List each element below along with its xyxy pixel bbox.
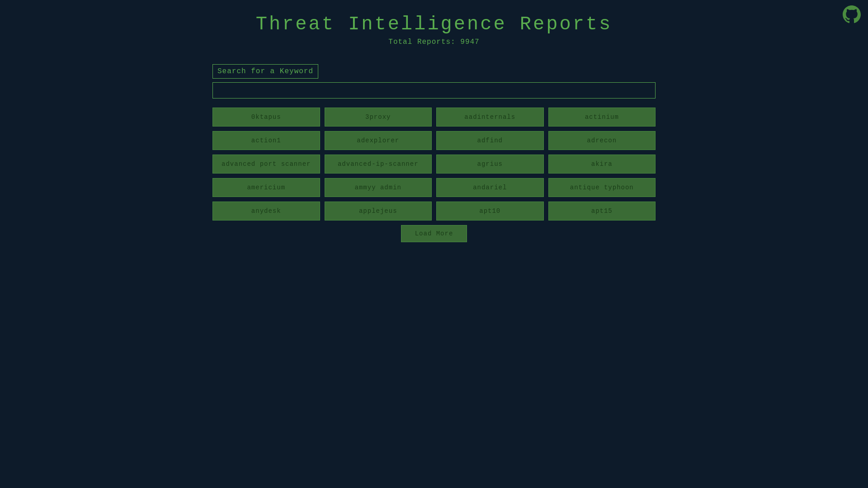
keyword-btn-advanced-ip-scanner[interactable]: advanced-ip-scanner (325, 155, 432, 174)
search-label: Search for a Keyword (212, 64, 318, 79)
search-input[interactable] (212, 82, 656, 99)
keyword-btn-actinium[interactable]: actinium (548, 108, 656, 127)
keyword-btn-antique-typhoon[interactable]: antique typhoon (548, 178, 656, 197)
keyword-btn-0ktapus[interactable]: 0ktapus (212, 108, 320, 127)
keyword-btn-adrecon[interactable]: adrecon (548, 131, 656, 150)
keyword-btn-adexplorer[interactable]: adexplorer (325, 131, 432, 150)
keywords-grid: 0ktapus3proxyaadinternalsactiniumaction1… (212, 108, 656, 221)
keyword-btn-apt15[interactable]: apt15 (548, 202, 656, 221)
keyword-btn-andariel[interactable]: andariel (436, 178, 544, 197)
keyword-btn-3proxy[interactable]: 3proxy (325, 108, 432, 127)
search-section: Search for a Keyword (212, 64, 656, 99)
keyword-btn-applejeus[interactable]: applejeus (325, 202, 432, 221)
page-container: Threat Intelligence Reports Total Report… (0, 0, 868, 488)
keyword-btn-anydesk[interactable]: anydesk (212, 202, 320, 221)
github-icon[interactable] (843, 5, 861, 23)
keyword-btn-adfind[interactable]: adfind (436, 131, 544, 150)
keyword-btn-ammyy-admin[interactable]: ammyy admin (325, 178, 432, 197)
page-title: Threat Intelligence Reports (256, 14, 613, 35)
load-more-button[interactable]: Load More (401, 225, 467, 242)
keyword-btn-apt10[interactable]: apt10 (436, 202, 544, 221)
keyword-btn-agrius[interactable]: agrius (436, 155, 544, 174)
keyword-btn-aadinternals[interactable]: aadinternals (436, 108, 544, 127)
keyword-btn-americium[interactable]: americium (212, 178, 320, 197)
keyword-btn-advanced-port-scanner[interactable]: advanced port scanner (212, 155, 320, 174)
keyword-btn-akira[interactable]: akira (548, 155, 656, 174)
load-more-container: Load More (212, 225, 656, 242)
total-reports: Total Reports: 9947 (388, 38, 479, 46)
keyword-btn-action1[interactable]: action1 (212, 131, 320, 150)
